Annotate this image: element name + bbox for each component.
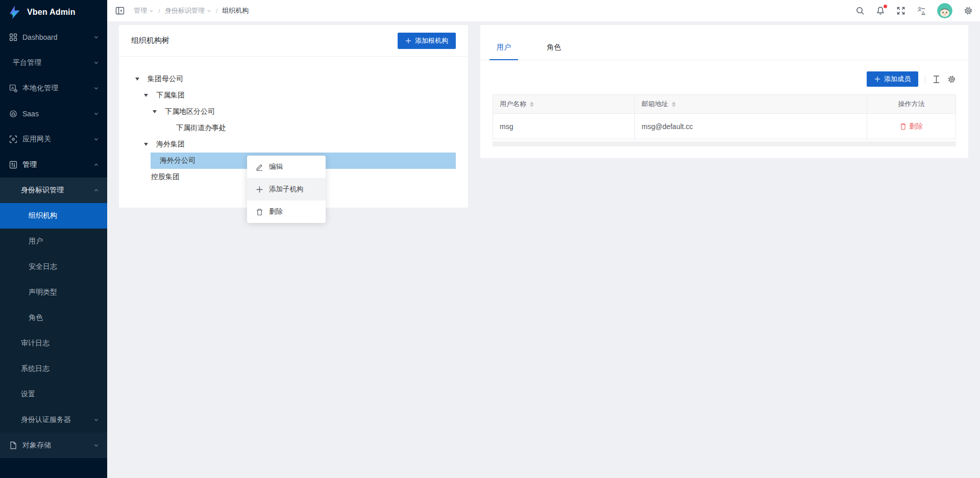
user-avatar[interactable] xyxy=(937,3,952,18)
context-menu-label: 编辑 xyxy=(269,162,283,171)
svg-text:A: A xyxy=(11,86,14,90)
column-label: 用户名称 xyxy=(500,99,526,109)
chevron-up-icon xyxy=(93,162,99,168)
chevron-down-icon xyxy=(93,137,99,142)
context-menu-item-delete[interactable]: 删除 xyxy=(247,200,326,223)
context-menu-label: 添加子机构 xyxy=(269,185,304,194)
gateway-icon xyxy=(9,135,17,143)
column-header-username[interactable]: 用户名称 xyxy=(493,95,635,114)
tree-node-label: 集团母公司 xyxy=(146,74,186,84)
tree-node[interactable]: 下属地区分公司 xyxy=(151,104,456,120)
chevron-down-icon xyxy=(93,443,99,448)
tree-node-label: 下属街道办事处 xyxy=(175,123,229,133)
sidebar-item-organizations[interactable]: 组织机构 xyxy=(0,203,107,229)
sidebar-item-security-logs[interactable]: 安全日志 xyxy=(0,254,107,280)
tree-node[interactable]: 集团母公司 xyxy=(133,71,456,87)
sidebar-item-platform-management[interactable]: 平台管理 xyxy=(0,50,107,76)
cell-username: msg xyxy=(493,114,635,139)
sidebar-item-localization[interactable]: A 本地化管理 xyxy=(0,76,107,101)
sidebar-item-dashboard[interactable]: Dashboard xyxy=(0,24,107,50)
chevron-down-icon xyxy=(149,9,154,13)
context-menu-item-add-child-org[interactable]: 添加子机构 xyxy=(247,178,326,200)
sidebar-item-audit-logs[interactable]: 审计日志 xyxy=(0,331,107,356)
add-root-org-button[interactable]: 添加根机构 xyxy=(398,33,456,49)
caret-down-icon[interactable] xyxy=(142,94,155,97)
edit-pencil-icon xyxy=(256,163,263,171)
column-header-email[interactable]: 邮箱地址 xyxy=(635,95,867,114)
trash-icon xyxy=(900,123,906,130)
add-member-button[interactable]: 添加成员 xyxy=(867,71,918,87)
sidebar-item-roles[interactable]: 角色 xyxy=(0,305,107,331)
tree-node[interactable]: 下属街道办事处 xyxy=(167,120,456,136)
column-label: 操作方法 xyxy=(898,99,925,109)
sidebar-item-label: 应用网关 xyxy=(22,135,51,144)
tab-roles[interactable]: 角色 xyxy=(540,43,568,60)
row-height-icon[interactable] xyxy=(932,75,941,84)
sidebar-item-settings[interactable]: 设置 xyxy=(0,382,107,407)
delete-row-button[interactable]: 删除 xyxy=(900,122,923,131)
tree-node[interactable]: 下属集团 xyxy=(142,87,456,104)
logo-text: Vben Admin xyxy=(27,8,76,17)
breadcrumb-separator: / xyxy=(216,7,218,15)
context-menu-item-edit[interactable]: 编辑 xyxy=(247,156,326,178)
members-table: 用户名称 邮箱地址 操作方法 msg msg@default. xyxy=(493,94,956,139)
tree-node[interactable]: 海外集团 xyxy=(142,136,456,153)
sidebar-item-label: 审计日志 xyxy=(21,339,50,348)
app-root: Vben Admin Dashboard 平台管理 A 本地化管理 Saas xyxy=(0,0,980,478)
settings-gear-icon[interactable] xyxy=(964,6,973,15)
caret-down-icon[interactable] xyxy=(142,143,155,146)
sidebar-item-claim-types[interactable]: 声明类型 xyxy=(0,280,107,305)
caret-down-icon[interactable] xyxy=(151,110,164,113)
sidebar-item-label: 对象存储 xyxy=(22,441,51,450)
sidebar-item-label: 身份标识管理 xyxy=(21,186,64,195)
tree-node-label: 下属集团 xyxy=(155,91,188,100)
sidebar-item-users[interactable]: 用户 xyxy=(0,229,107,254)
tree-node-label: 海外分公司 xyxy=(159,156,199,165)
notification-bell-icon[interactable] xyxy=(876,6,885,15)
caret-down-icon[interactable] xyxy=(133,78,146,81)
logo[interactable]: Vben Admin xyxy=(0,0,107,24)
column-label: 邮箱地址 xyxy=(642,99,668,109)
column-settings-gear-icon[interactable] xyxy=(947,75,956,84)
breadcrumb: 管理 / 身份标识管理 / 组织机构 xyxy=(134,6,249,15)
sidebar-item-app-gateway[interactable]: 应用网关 xyxy=(0,127,107,152)
chevron-down-icon xyxy=(93,60,99,66)
search-icon[interactable] xyxy=(855,6,865,15)
detail-panel: 用户 角色 添加成员 xyxy=(480,25,968,158)
sort-icon[interactable] xyxy=(672,102,676,107)
table-header-row: 用户名称 邮箱地址 操作方法 xyxy=(493,95,955,114)
plus-icon xyxy=(405,38,411,44)
translate-icon[interactable]: 文A xyxy=(917,6,926,15)
trash-icon xyxy=(256,208,263,216)
sidebar-item-label: 平台管理 xyxy=(13,58,41,67)
chevron-down-icon xyxy=(93,111,99,117)
breadcrumb-item-management[interactable]: 管理 xyxy=(134,6,154,15)
panel-title: 组织机构树 xyxy=(131,36,169,45)
plus-icon xyxy=(256,186,263,193)
breadcrumb-item-organizations: 组织机构 xyxy=(222,6,249,15)
sidebar-item-management[interactable]: 管理 xyxy=(0,152,107,178)
context-menu: 编辑 添加子机构 删除 xyxy=(247,156,326,223)
org-tree-panel-header: 组织机构树 添加根机构 xyxy=(119,25,468,57)
toolbar-divider xyxy=(925,76,925,83)
sidebar-item-label: 本地化管理 xyxy=(22,84,58,93)
sidebar: Vben Admin Dashboard 平台管理 A 本地化管理 Saas xyxy=(0,0,107,478)
breadcrumb-item-identity-management[interactable]: 身份标识管理 xyxy=(165,6,211,15)
table-scrollbar-track[interactable] xyxy=(493,141,956,146)
menu-fold-icon[interactable] xyxy=(115,6,125,15)
sidebar-item-object-storage[interactable]: 对象存储 xyxy=(0,433,107,458)
vben-logo-icon xyxy=(7,5,22,20)
breadcrumb-label: 组织机构 xyxy=(222,6,249,15)
sidebar-item-system-logs[interactable]: 系统日志 xyxy=(0,356,107,382)
main-area: 管理 / 身份标识管理 / 组织机构 xyxy=(107,0,980,478)
sidebar-item-identity-management[interactable]: 身份标识管理 xyxy=(0,178,107,203)
sort-icon[interactable] xyxy=(530,102,534,107)
sidebar-item-label: Saas xyxy=(22,110,39,118)
sidebar-item-identity-server[interactable]: 身份认证服务器 xyxy=(0,407,107,433)
tab-users[interactable]: 用户 xyxy=(489,43,518,60)
tree-node-label: 下属地区分公司 xyxy=(164,107,218,116)
breadcrumb-separator: / xyxy=(158,7,160,15)
tree-node-label: 控股集团 xyxy=(150,172,183,182)
fullscreen-icon[interactable] xyxy=(896,6,905,15)
sidebar-item-saas[interactable]: Saas xyxy=(0,101,107,127)
